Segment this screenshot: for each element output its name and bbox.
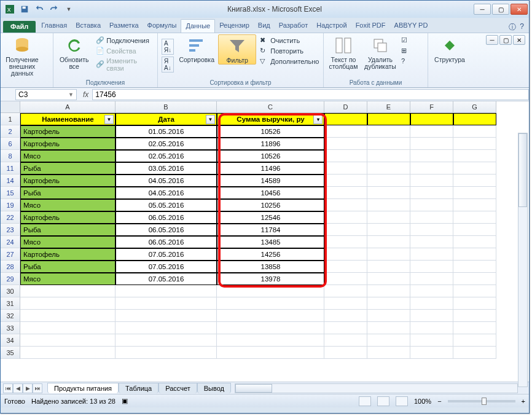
undo-icon[interactable]	[33, 2, 46, 16]
col-header-C[interactable]: C	[217, 101, 324, 113]
cell[interactable]	[410, 125, 453, 138]
cell[interactable]	[217, 310, 324, 322]
text-to-columns-button[interactable]: Текст по столбцам	[326, 34, 361, 70]
row-header[interactable]: 1	[1, 113, 20, 125]
properties-button[interactable]: 📄Свойства	[95, 46, 155, 56]
cell[interactable]: Мясо	[20, 236, 115, 248]
cell[interactable]	[115, 334, 217, 347]
data-validation-button[interactable]: ☑	[400, 36, 411, 45]
cell[interactable]	[367, 187, 410, 199]
cell[interactable]: 07.05.2016	[115, 248, 217, 261]
cell[interactable]	[453, 248, 496, 261]
cell[interactable]	[453, 150, 496, 162]
cell[interactable]: 05.05.2016	[115, 199, 217, 211]
cell[interactable]: 10526	[217, 150, 324, 162]
sheet-tab[interactable]: Рассчет	[158, 383, 197, 393]
cell[interactable]	[410, 285, 453, 297]
reapply-filter-button[interactable]: ↻Повторить	[259, 46, 320, 56]
cell[interactable]	[453, 224, 496, 236]
row-header[interactable]: 28	[1, 261, 20, 273]
cell[interactable]	[367, 273, 410, 285]
cell[interactable]	[324, 236, 367, 248]
cell[interactable]	[324, 297, 367, 310]
row-header[interactable]: 11	[1, 162, 20, 175]
zoom-level[interactable]: 100%	[414, 398, 431, 405]
cell[interactable]	[20, 285, 115, 297]
cell[interactable]: 12546	[217, 211, 324, 224]
sheet-tab[interactable]: Вывод	[197, 383, 231, 393]
cell[interactable]	[410, 273, 453, 285]
page-layout-view-button[interactable]	[377, 396, 389, 406]
col-header-A[interactable]: A	[20, 101, 115, 113]
col-header-G[interactable]: G	[453, 101, 496, 113]
fx-icon[interactable]: fx	[83, 90, 88, 99]
cell[interactable]: 11784	[217, 224, 324, 236]
sort-button[interactable]: Сортировка	[178, 34, 216, 63]
cell[interactable]	[217, 322, 324, 334]
cell[interactable]	[115, 322, 217, 334]
cell[interactable]	[367, 138, 410, 150]
cell[interactable]	[410, 261, 453, 273]
cell[interactable]	[367, 150, 410, 162]
cell[interactable]	[410, 310, 453, 322]
cell[interactable]	[324, 125, 367, 138]
formula-input[interactable]: 17456	[92, 89, 529, 100]
cell[interactable]: 02.05.2016	[115, 150, 217, 162]
row-header[interactable]: 34	[1, 334, 20, 347]
sheet-tab[interactable]: Таблица	[119, 383, 158, 393]
cell[interactable]: Картофель	[20, 138, 115, 150]
sort-desc-button[interactable]: ЯА↓	[160, 56, 175, 73]
tab-главная[interactable]: Главная	[37, 19, 71, 33]
tab-abbyy pd[interactable]: ABBYY PD	[390, 19, 432, 33]
cell[interactable]: Рыба	[20, 224, 115, 236]
hscroll-thumb[interactable]	[235, 384, 272, 393]
cell[interactable]: 13858	[217, 261, 324, 273]
minimize-button[interactable]: ─	[474, 4, 491, 15]
connections-button[interactable]: 🔗Подключения	[95, 36, 155, 45]
cell[interactable]: 10256	[217, 199, 324, 211]
macro-record-icon[interactable]: ▣	[122, 397, 128, 405]
cell[interactable]	[410, 236, 453, 248]
cell[interactable]	[367, 347, 410, 359]
cell[interactable]: Картофель	[20, 211, 115, 224]
cell[interactable]	[324, 138, 367, 150]
cell[interactable]	[453, 310, 496, 322]
cell[interactable]: 01.05.2016	[115, 125, 217, 138]
cell[interactable]	[410, 297, 453, 310]
cell[interactable]: 13485	[217, 236, 324, 248]
cell[interactable]	[367, 297, 410, 310]
cell[interactable]	[410, 211, 453, 224]
row-header[interactable]: 23	[1, 224, 20, 236]
zoom-in-button[interactable]: +	[522, 398, 525, 405]
cell[interactable]	[410, 175, 453, 187]
redo-icon[interactable]	[47, 2, 61, 16]
cell[interactable]: 04.05.2016	[115, 187, 217, 199]
filter-dropdown-button[interactable]: ▼	[206, 115, 215, 124]
cell[interactable]	[115, 285, 217, 297]
cell[interactable]	[453, 285, 496, 297]
outline-button[interactable]: Структура	[431, 34, 469, 63]
cell[interactable]	[324, 224, 367, 236]
cell[interactable]	[367, 113, 410, 125]
cell[interactable]	[367, 224, 410, 236]
row-header[interactable]: 6	[1, 138, 20, 150]
advanced-filter-button[interactable]: ▽Дополнительно	[259, 57, 320, 66]
header-cell[interactable]: Наименование▼	[20, 113, 115, 125]
row-header[interactable]: 33	[1, 322, 20, 334]
filter-button[interactable]: Фильтр	[218, 34, 256, 65]
cell[interactable]	[324, 187, 367, 199]
tab-вид[interactable]: Вид	[254, 19, 275, 33]
cell[interactable]	[367, 162, 410, 175]
header-cell[interactable]: Дата▼	[115, 113, 217, 125]
tab-вставка[interactable]: Вставка	[71, 19, 105, 33]
cell[interactable]: 03.05.2016	[115, 162, 217, 175]
tab-формулы[interactable]: Формулы	[143, 19, 181, 33]
cell[interactable]: 14256	[217, 248, 324, 261]
sheet-nav-prev[interactable]: ◀	[13, 383, 23, 393]
tab-разработ[interactable]: Разработ	[275, 19, 312, 33]
cell[interactable]: Картофель	[20, 175, 115, 187]
cell[interactable]: 06.05.2016	[115, 236, 217, 248]
cell[interactable]	[367, 248, 410, 261]
chevron-down-icon[interactable]: ▼	[68, 92, 74, 98]
horizontal-scrollbar[interactable]	[235, 383, 518, 393]
